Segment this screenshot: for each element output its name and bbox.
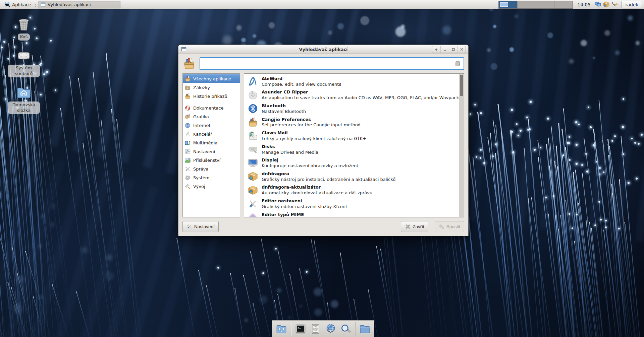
preferences-button[interactable]: Nastavení bbox=[182, 221, 219, 232]
display-icon bbox=[248, 158, 258, 168]
dock-terminal-icon[interactable] bbox=[295, 323, 306, 335]
applications-menu-button[interactable]: Aplikace bbox=[1, 1, 34, 9]
category-label: Grafika bbox=[193, 114, 209, 119]
category-item[interactable]: Multimédia bbox=[183, 138, 240, 147]
workspace-switcher bbox=[498, 1, 573, 9]
scrollbar-thumb[interactable] bbox=[460, 75, 463, 96]
category-item[interactable]: Nastavení bbox=[183, 147, 240, 156]
toolbox-icon bbox=[248, 117, 258, 128]
application-row[interactable]: dnfdragora Grafický nástroj pro instalac… bbox=[244, 170, 459, 184]
close-button[interactable]: Zavřít bbox=[401, 221, 428, 232]
category-item[interactable]: Grafika bbox=[183, 112, 240, 121]
category-label: Kancelář bbox=[193, 132, 212, 137]
application-row[interactable]: dnfdragora-aktualizátor Automaticky zkon… bbox=[244, 184, 459, 197]
trash-icon bbox=[16, 17, 32, 32]
workspace-3[interactable] bbox=[536, 1, 554, 8]
user-actions-button[interactable]: radek bbox=[622, 1, 642, 8]
wrench-icon bbox=[186, 224, 192, 229]
window-content: Všechny aplikace Záložky Historie příkaz… bbox=[178, 73, 468, 217]
desktop-icon-trash[interactable]: Koš bbox=[7, 17, 40, 41]
workspace-4[interactable] bbox=[554, 1, 573, 8]
category-item[interactable]: Dokumentace bbox=[183, 104, 240, 112]
application-row[interactable]: Claws Mail Lehký a rychlý mailový klient… bbox=[244, 129, 459, 143]
dock-folder-icon[interactable] bbox=[359, 323, 371, 335]
application-name: AbiWord bbox=[262, 76, 341, 82]
search-input[interactable] bbox=[200, 57, 464, 70]
panel-separator bbox=[34, 1, 37, 8]
development-icon bbox=[184, 183, 191, 190]
close-window-button[interactable] bbox=[457, 46, 466, 53]
workspace-2[interactable] bbox=[517, 1, 536, 8]
launch-button[interactable]: Spustit bbox=[435, 221, 464, 232]
category-item[interactable]: Příslušenství bbox=[183, 156, 240, 164]
window-icon bbox=[41, 2, 46, 7]
application-description: Manage Drives and Media bbox=[262, 150, 318, 155]
desktop-icon-list: Koš Systém souborů Domovská složka bbox=[7, 17, 40, 114]
application-description: Compose, edit, and view documents bbox=[262, 82, 341, 87]
desktop-icon-label: Systém souborů bbox=[8, 65, 40, 77]
application-row[interactable]: Asunder CD Ripper An application to save… bbox=[244, 88, 459, 102]
category-item[interactable]: Záložky bbox=[183, 83, 240, 92]
application-description: Grafický editor nastavení služby Xfconf bbox=[262, 204, 347, 209]
dock-separator bbox=[291, 322, 291, 336]
application-row[interactable]: Displej Konfiguruje nastavení obrazovky … bbox=[244, 156, 459, 170]
category-item[interactable]: Správa bbox=[183, 164, 240, 173]
accessories-icon bbox=[184, 157, 191, 163]
application-description: An application to save tracks from an Au… bbox=[262, 95, 455, 100]
dock-file-cabinet-icon[interactable] bbox=[310, 323, 321, 335]
application-row[interactable]: Cangjie Preferences Set preferences for … bbox=[244, 116, 459, 129]
application-row[interactable]: Editor typů MIME Asociace aplikací s typ… bbox=[244, 211, 459, 217]
window-title: Vyhledávač aplikací bbox=[178, 47, 468, 52]
dock-app-finder-icon[interactable] bbox=[340, 323, 352, 335]
displays-tray-icon[interactable] bbox=[594, 1, 601, 8]
application-name: Asunder CD Ripper bbox=[262, 89, 455, 95]
category-item[interactable]: Historie příkazů bbox=[183, 92, 240, 100]
package-icon bbox=[248, 171, 258, 182]
minimize-window-button[interactable] bbox=[440, 46, 449, 53]
window-titlebar[interactable]: Vyhledávač aplikací bbox=[178, 45, 468, 54]
desktop-icon-filesystem[interactable]: Systém souborů bbox=[7, 48, 40, 77]
app-finder-window: Vyhledávač aplikací Všechny aplikace Zál… bbox=[178, 45, 469, 236]
settings-icon bbox=[184, 148, 191, 155]
taskbar-window-button[interactable]: Vyhledávač aplikací bbox=[38, 1, 120, 8]
multimedia-icon bbox=[184, 140, 191, 146]
category-item[interactable]: Kancelář bbox=[183, 130, 240, 138]
application-list: AbiWord Compose, edit, and view document… bbox=[244, 74, 459, 217]
desktop-icon-label: Domovská složka bbox=[8, 102, 40, 114]
category-item[interactable]: Internet bbox=[183, 121, 240, 130]
category-item[interactable]: Vývoj bbox=[183, 182, 240, 191]
action-bar: Nastavení Zavřít Spustit bbox=[178, 217, 468, 236]
application-name: Editor nastavení bbox=[262, 198, 347, 204]
application-row[interactable]: Editor nastavení Grafický editor nastave… bbox=[244, 197, 459, 211]
updates-tray-icon[interactable] bbox=[603, 1, 610, 8]
abiword-icon bbox=[248, 76, 258, 87]
application-row[interactable]: AbiWord Compose, edit, and view document… bbox=[244, 75, 459, 88]
power-tray-icon[interactable] bbox=[611, 1, 618, 8]
application-list-pane: AbiWord Compose, edit, and view document… bbox=[244, 73, 464, 217]
category-item[interactable]: Všechny aplikace bbox=[183, 74, 240, 83]
documentation-icon bbox=[184, 105, 191, 111]
category-label: Záložky bbox=[193, 85, 210, 90]
dock-web-browser-icon[interactable] bbox=[325, 323, 336, 335]
maximize-window-button[interactable] bbox=[449, 46, 457, 53]
category-list: Všechny aplikace Záložky Historie příkaz… bbox=[182, 73, 240, 217]
dock-directory-menu-icon[interactable] bbox=[276, 323, 287, 335]
application-description: Konfiguruje nastavení obrazovky a rozlož… bbox=[262, 163, 358, 168]
application-description: Grafický nástroj pro instalaci, odstraně… bbox=[262, 177, 396, 182]
clipboard-icon[interactable] bbox=[454, 61, 461, 67]
shade-window-button[interactable] bbox=[432, 46, 440, 53]
applications-menu-label: Aplikace bbox=[12, 2, 31, 7]
history-icon bbox=[184, 93, 191, 99]
application-name: Displej bbox=[262, 157, 358, 163]
category-label: Příslušenství bbox=[193, 158, 220, 163]
category-item[interactable]: Systém bbox=[183, 173, 240, 182]
application-row[interactable]: Disks Manage Drives and Media bbox=[244, 143, 459, 156]
panel-clock[interactable]: 14:05 bbox=[578, 2, 591, 7]
bottom-dock bbox=[272, 320, 374, 337]
workspace-1[interactable] bbox=[499, 1, 517, 8]
dock-separator bbox=[355, 322, 356, 336]
scrollbar[interactable] bbox=[459, 74, 464, 217]
application-row[interactable]: Bluetooth Nastavení Bluetooth bbox=[244, 102, 459, 116]
desktop-icon-home-folder[interactable]: Domovská složka bbox=[7, 85, 40, 114]
application-name: dnfdragora-aktualizátor bbox=[262, 185, 372, 190]
